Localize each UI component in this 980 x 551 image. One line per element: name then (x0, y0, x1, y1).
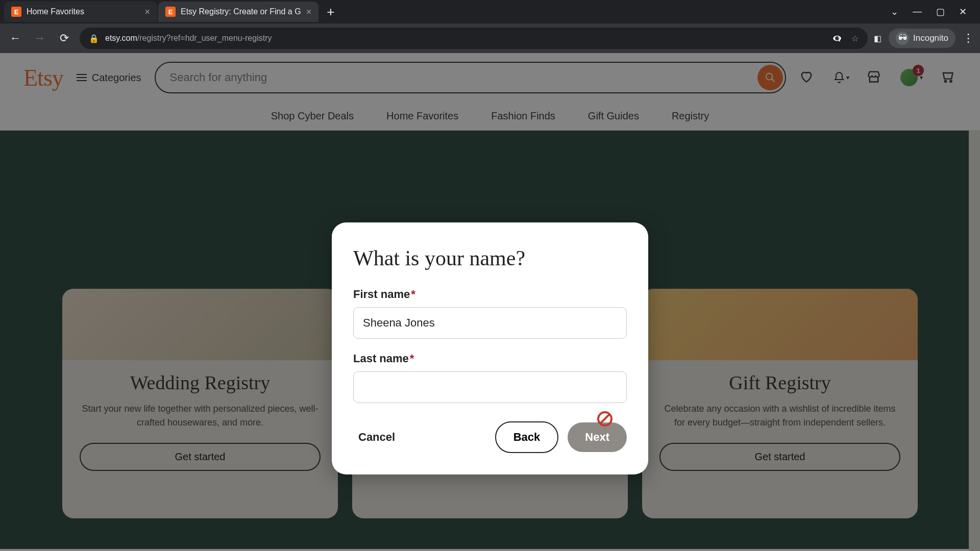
etsy-logo[interactable]: Etsy (23, 64, 63, 91)
scrollbar[interactable] (969, 131, 980, 551)
shop-button[interactable] (867, 69, 883, 86)
tab-etsy-registry[interactable]: E Etsy Registry: Create or Find a G × (158, 2, 318, 22)
header-icons: ▾ 1 ▾ (799, 69, 957, 86)
account-button[interactable]: 1 ▾ (900, 69, 923, 86)
nav-links: Shop Cyber Deals Home Favorites Fashion … (0, 102, 980, 131)
close-icon[interactable]: × (144, 7, 150, 17)
favorites-button[interactable] (799, 69, 816, 86)
favicon-icon: E (11, 7, 21, 17)
nav-registry[interactable]: Registry (672, 110, 709, 122)
notification-badge: 1 (913, 65, 924, 76)
next-label: Next (585, 431, 609, 443)
card-image (642, 289, 918, 360)
back-button[interactable]: Back (495, 421, 559, 453)
modal-title: What is your name? (353, 246, 627, 270)
search-button[interactable] (757, 65, 783, 90)
chevron-down-icon[interactable]: ⌄ (891, 6, 898, 17)
first-name-field[interactable] (353, 307, 627, 339)
svg-line-1 (772, 79, 775, 82)
tab-home-favorites[interactable]: E Home Favorites × (4, 2, 157, 22)
card-title: Gift Registry (659, 371, 900, 394)
address-actions: 👁‍🗨 ☆ (832, 34, 859, 43)
incognito-label: Incognito (913, 33, 948, 43)
cart-button[interactable] (940, 69, 957, 86)
url-path: /registry?ref=hdr_user_menu-registry (137, 34, 272, 42)
bell-icon (833, 70, 845, 85)
chrome-right-controls: ◧ 🕶 Incognito ⋮ (874, 29, 974, 48)
notifications-button[interactable]: ▾ (833, 69, 849, 86)
shop-icon (867, 69, 881, 84)
extensions-icon[interactable]: ◧ (874, 34, 881, 43)
browser-chrome: E Home Favorites × E Etsy Registry: Crea… (0, 0, 980, 53)
reload-button[interactable]: ⟳ (55, 29, 74, 47)
url-host: etsy.com (105, 34, 137, 42)
modal-actions: Cancel Back Next (353, 421, 627, 453)
not-allowed-cursor-icon (597, 411, 612, 427)
name-modal: What is your name? First name* Last name… (332, 222, 648, 474)
cart-icon (940, 69, 954, 84)
url-text: etsy.com/registry?ref=hdr_user_menu-regi… (105, 34, 272, 43)
categories-button[interactable]: Categories (77, 72, 141, 84)
close-window-icon[interactable]: ✕ (959, 6, 967, 17)
get-started-button[interactable]: Get started (659, 443, 900, 471)
heart-icon (799, 69, 814, 84)
hamburger-icon (77, 74, 87, 81)
page-content: Etsy Categories ▾ 1 (0, 53, 980, 551)
categories-label: Categories (92, 72, 141, 84)
last-name-field[interactable] (353, 371, 627, 403)
new-tab-button[interactable]: + (320, 4, 341, 20)
card-title: Wedding Registry (80, 371, 321, 394)
nav-fashion-finds[interactable]: Fashion Finds (491, 110, 555, 122)
first-name-group: First name* (353, 288, 627, 339)
minimize-icon[interactable]: — (913, 6, 922, 17)
cancel-button[interactable]: Cancel (353, 423, 400, 451)
star-icon[interactable]: ☆ (851, 34, 859, 43)
card-wedding: Wedding Registry Start your new life tog… (62, 289, 338, 518)
svg-point-2 (945, 81, 947, 83)
search-wrapper (155, 62, 787, 93)
get-started-button[interactable]: Get started (80, 443, 321, 471)
svg-point-3 (950, 81, 952, 83)
incognito-icon: 🕶 (896, 32, 909, 45)
window-controls: ⌄ — ▢ ✕ (891, 6, 976, 17)
address-bar[interactable]: 🔒 etsy.com/registry?ref=hdr_user_menu-re… (80, 28, 868, 49)
last-name-label: Last name* (353, 352, 627, 365)
back-nav-button[interactable]: ← (6, 29, 24, 47)
next-button[interactable]: Next (568, 422, 627, 452)
tab-title: Home Favorites (27, 7, 84, 16)
site-header: Etsy Categories ▾ 1 (0, 53, 980, 102)
forward-nav-button[interactable]: → (31, 29, 49, 47)
card-image (62, 289, 338, 360)
address-row: ← → ⟳ 🔒 etsy.com/registry?ref=hdr_user_m… (0, 23, 980, 53)
card-gift: Gift Registry Celebrate any occasion wit… (642, 289, 918, 518)
lock-icon: 🔒 (89, 34, 99, 43)
close-icon[interactable]: × (306, 7, 312, 17)
nav-gift-guides[interactable]: Gift Guides (588, 110, 639, 122)
svg-point-0 (766, 73, 773, 80)
nav-cyber-deals[interactable]: Shop Cyber Deals (271, 110, 354, 122)
nav-home-favorites[interactable]: Home Favorites (386, 110, 458, 122)
first-name-label: First name* (353, 288, 627, 301)
eye-off-icon[interactable]: 👁‍🗨 (832, 34, 842, 43)
card-desc: Start your new life together with person… (80, 402, 321, 430)
search-icon (765, 72, 776, 83)
search-input[interactable] (155, 62, 787, 93)
last-name-group: Last name* (353, 352, 627, 403)
card-desc: Celebrate any occasion with a wishlist o… (659, 402, 900, 430)
tab-title: Etsy Registry: Create or Find a G (181, 7, 301, 16)
tab-strip: E Home Favorites × E Etsy Registry: Crea… (0, 0, 980, 23)
favicon-icon: E (165, 7, 176, 17)
incognito-indicator[interactable]: 🕶 Incognito (889, 29, 955, 48)
avatar: 1 (900, 69, 918, 86)
maximize-icon[interactable]: ▢ (936, 6, 945, 17)
menu-icon[interactable]: ⋮ (963, 32, 974, 45)
